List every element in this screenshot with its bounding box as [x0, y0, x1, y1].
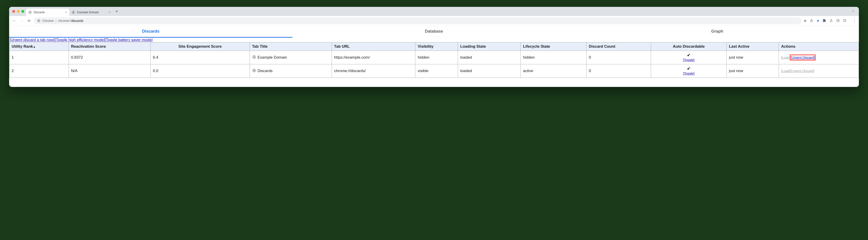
browser-toolbar: ← → ⟳ Chrome | chrome://discards ⊕ ★ — [9, 16, 859, 26]
cell-site-engagement: 0.0 — [150, 64, 250, 78]
cell-rank: 1 — [9, 51, 69, 64]
quick-links: [Urgent discard a tab now][Toggle high e… — [9, 38, 859, 42]
col-lifecycle-state[interactable]: Lifecycle State — [521, 42, 587, 51]
labs-icon[interactable] — [830, 19, 833, 23]
cell-auto-discardable: ✔[Toggle] — [651, 51, 727, 64]
cell-lifecycle: active — [521, 64, 587, 78]
new-tab-button[interactable]: + — [114, 9, 120, 14]
omnibox-chip: Chrome — [42, 19, 54, 23]
col-last-active[interactable]: Last Active — [726, 42, 779, 51]
tab-title: Example Domain — [77, 11, 99, 14]
window-controls — [11, 10, 26, 13]
maximize-window-button[interactable] — [22, 10, 24, 13]
cell-actions: [Load][Urgent Discard] — [779, 51, 859, 64]
tab-graph[interactable]: Graph — [576, 26, 859, 38]
cell-rank: 2 — [9, 64, 69, 78]
browser-tab[interactable]: Example Domain× — [69, 9, 113, 16]
cell-loading: loaded — [458, 51, 521, 64]
minimize-window-button[interactable] — [17, 10, 20, 13]
share-icon[interactable] — [810, 19, 813, 23]
col-site-engagement[interactable]: Site Engagement Score — [150, 42, 250, 51]
toggle-high-efficiency-link[interactable]: [Toggle high efficiency mode] — [55, 38, 104, 42]
close-window-button[interactable] — [12, 10, 15, 13]
col-tab-title[interactable]: Tab Title — [250, 42, 332, 51]
cell-reactivation: N/A — [69, 64, 150, 78]
cell-loading: loaded — [458, 64, 521, 78]
page-content: Discards Database Graph [Urgent discard … — [9, 26, 859, 87]
tab-overflow-button[interactable] — [850, 9, 857, 13]
page-tabs: Discards Database Graph — [9, 26, 859, 38]
discards-table: Utility Rank▲ Reactivation Score Site En… — [9, 42, 859, 78]
browser-tab[interactable]: Discards× — [26, 9, 69, 16]
close-tab-button[interactable]: × — [108, 11, 110, 14]
col-actions[interactable]: Actions — [779, 42, 859, 51]
cell-visibility: visible — [415, 64, 458, 78]
toolbar-right: ⊕ ★ ⋮ — [804, 19, 856, 23]
sidepanel-icon[interactable] — [843, 19, 846, 23]
toggle-auto-discardable-link[interactable]: [Toggle] — [683, 58, 694, 62]
cell-site-engagement: 6.4 — [150, 51, 250, 64]
urgent-discard-now-link[interactable]: [Urgent discard a tab now] — [9, 38, 55, 42]
svg-rect-5 — [843, 20, 846, 22]
site-info-icon[interactable] — [37, 19, 40, 23]
cell-url: chrome://discards/ — [332, 64, 415, 78]
cell-reactivation: 0.8372 — [69, 51, 150, 64]
globe-icon — [252, 55, 256, 60]
reload-button[interactable]: ⟳ — [26, 19, 31, 23]
cell-last-active: just now — [726, 64, 779, 78]
col-loading-state[interactable]: Loading State — [458, 42, 521, 51]
check-icon: ✔ — [653, 53, 724, 58]
forward-button[interactable]: → — [19, 19, 24, 23]
check-icon: ✔ — [653, 66, 724, 71]
tab-strip: Discards×Example Domain× + — [9, 7, 859, 16]
globe-icon — [28, 10, 32, 14]
cell-last-active: just now — [726, 51, 779, 64]
col-discard-count[interactable]: Discard Count — [587, 42, 651, 51]
cell-lifecycle: hidden — [521, 51, 587, 64]
omnibox-url: chrome://discards — [58, 19, 84, 23]
col-tab-url[interactable]: Tab URL — [332, 42, 415, 51]
col-visibility[interactable]: Visibility — [415, 42, 458, 51]
table-row: 2N/A0.0Discardschrome://discards/visible… — [9, 64, 859, 78]
cell-title: Example Domain — [250, 51, 332, 64]
tab-title: Discards — [34, 11, 45, 14]
col-utility-rank[interactable]: Utility Rank▲ — [9, 42, 69, 51]
load-action[interactable]: [Load] — [781, 69, 790, 73]
close-tab-button[interactable]: × — [65, 11, 67, 14]
cell-visibility: hidden — [415, 51, 458, 64]
table-body: 10.83726.4Example Domainhttps://example.… — [9, 51, 859, 78]
urgent-discard-action[interactable]: [Urgent Discard] — [791, 56, 815, 59]
browser-tabs: Discards×Example Domain× — [26, 7, 113, 16]
back-button[interactable]: ← — [12, 19, 17, 23]
tab-database[interactable]: Database — [292, 26, 576, 38]
browser-window: Discards×Example Domain× + ← → ⟳ Chrome … — [9, 7, 859, 87]
globe-icon — [71, 10, 75, 14]
update-icon[interactable] — [836, 19, 840, 23]
cell-url: https://example.com/ — [332, 51, 415, 64]
table-header: Utility Rank▲ Reactivation Score Site En… — [9, 42, 859, 51]
globe-icon — [252, 68, 256, 74]
load-action[interactable]: [Load] — [781, 56, 790, 59]
bookmark-icon[interactable]: ★ — [816, 19, 819, 23]
cell-discard-count: 0 — [587, 64, 651, 78]
tab-discards[interactable]: Discards — [9, 26, 292, 38]
cell-title: Discards — [250, 64, 332, 78]
toggle-battery-saver-link[interactable]: [Toggle battery saver mode] — [104, 38, 153, 42]
menu-icon[interactable]: ⋮ — [853, 19, 856, 23]
urgent-discard-action[interactable]: [Urgent Discard] — [790, 69, 814, 73]
cell-discard-count: 0 — [587, 51, 651, 64]
sort-asc-icon: ▲ — [33, 45, 36, 48]
address-bar[interactable]: Chrome | chrome://discards — [34, 17, 801, 24]
extensions-icon[interactable] — [823, 19, 826, 23]
table-row: 10.83726.4Example Domainhttps://example.… — [9, 51, 859, 64]
cell-auto-discardable: ✔[Toggle] — [651, 64, 727, 78]
cell-actions: [Load][Urgent Discard] — [779, 64, 859, 78]
zoom-icon[interactable]: ⊕ — [804, 19, 807, 23]
col-reactivation-score[interactable]: Reactivation Score — [69, 42, 150, 51]
col-auto-discardable[interactable]: Auto Discardable — [651, 42, 727, 51]
toggle-auto-discardable-link[interactable]: [Toggle] — [683, 72, 694, 75]
